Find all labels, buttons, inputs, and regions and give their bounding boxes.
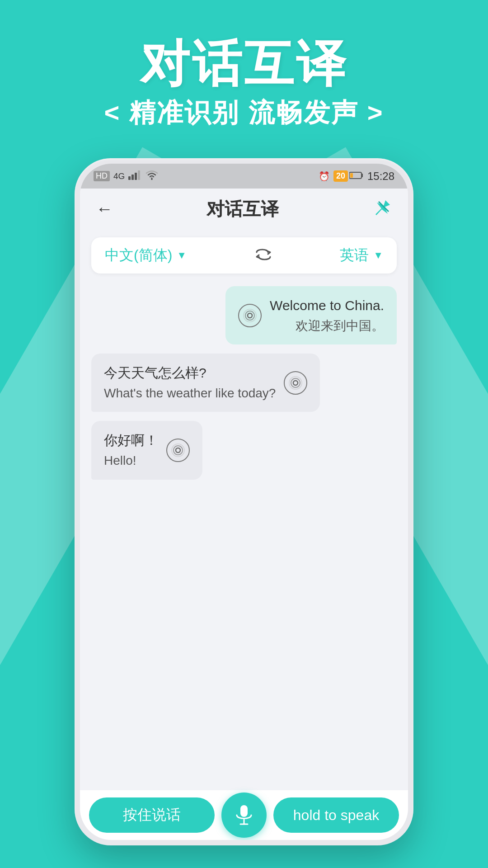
svg-point-14	[174, 446, 183, 455]
svg-rect-2	[135, 173, 137, 180]
language-selector: 中文(简体) ▼ 英语 ▼	[91, 237, 397, 274]
wifi-icon	[145, 170, 158, 183]
swap-button[interactable]	[252, 243, 275, 268]
svg-point-8	[245, 311, 254, 320]
signal-bars	[128, 170, 142, 183]
battery-indicator: 20	[333, 170, 364, 182]
pin-button[interactable]	[372, 198, 392, 220]
svg-point-7	[248, 313, 252, 318]
left-lang-arrow: ▼	[177, 250, 187, 261]
status-left: HD 4G	[94, 170, 158, 183]
message-text-left-2: 今天天气怎么样? What's the weather like today?	[104, 363, 276, 402]
svg-rect-16	[240, 805, 248, 817]
right-language[interactable]: 英语 ▼	[340, 245, 383, 265]
main-title: 对话互译	[0, 36, 488, 91]
phone-inner: HD 4G	[80, 164, 408, 840]
left-speak-button[interactable]: 按住说话	[89, 797, 215, 833]
phone-outer: HD 4G	[75, 158, 413, 845]
message-bubble-left-2: 今天天气怎么样? What's the weather like today?	[91, 354, 320, 412]
left-language[interactable]: 中文(简体) ▼	[105, 245, 187, 265]
message-bubble-left-3: 你好啊！ Hello!	[91, 421, 202, 479]
speak-button-1[interactable]	[238, 304, 262, 327]
svg-rect-3	[138, 170, 140, 180]
alarm-icon: ⏰	[319, 171, 330, 182]
svg-point-10	[293, 381, 298, 385]
svg-point-13	[176, 448, 180, 453]
battery-level: 20	[333, 170, 348, 182]
message-text-left-3: 你好啊！ Hello!	[104, 431, 158, 469]
svg-rect-1	[131, 175, 134, 180]
hd-badge: HD	[94, 171, 110, 181]
chat-area: Welcome to China. 欢迎来到中国。 今天天气怎么样? What'…	[80, 282, 408, 790]
speak-button-2[interactable]	[284, 371, 307, 395]
svg-point-11	[291, 378, 300, 387]
svg-rect-0	[128, 176, 131, 180]
right-lang-label: 英语	[340, 245, 369, 265]
status-right: ⏰ 20 15:28	[319, 170, 394, 183]
message-bubble-right-1: Welcome to China. 欢迎来到中国。	[225, 286, 397, 344]
battery-body	[349, 170, 364, 182]
mic-button[interactable]	[221, 793, 267, 838]
header-section: 对话互译 < 精准识别 流畅发声 >	[0, 0, 488, 131]
svg-rect-6	[350, 173, 353, 178]
left-lang-label: 中文(简体)	[105, 245, 172, 265]
right-lang-arrow: ▼	[373, 250, 383, 261]
speak-button-3[interactable]	[166, 439, 190, 462]
message-text-right-1: Welcome to China. 欢迎来到中国。	[270, 296, 384, 335]
svg-rect-5	[361, 174, 363, 177]
app-header: ← 对话互译	[80, 189, 408, 229]
main-subtitle: < 精准识别 流畅发声 >	[0, 95, 488, 131]
app-header-title: 对话互译	[206, 197, 279, 222]
signal-4g: 4G	[113, 171, 125, 181]
back-button[interactable]: ←	[96, 199, 113, 219]
bottom-bar: 按住说话 hold to speak	[80, 790, 408, 840]
right-speak-button[interactable]: hold to speak	[273, 797, 399, 833]
phone-mockup: HD 4G	[75, 158, 413, 845]
time-display: 15:28	[367, 170, 394, 183]
status-bar: HD 4G	[80, 164, 408, 189]
